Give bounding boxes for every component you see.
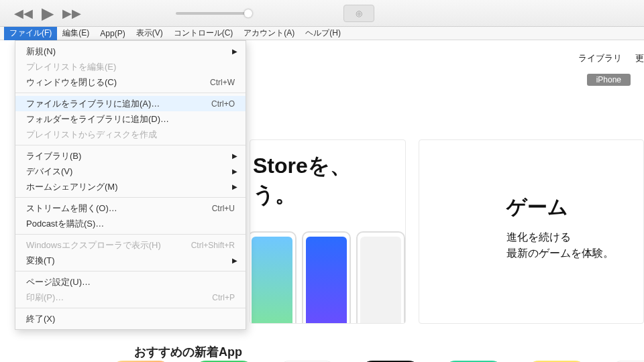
menu-separator bbox=[15, 308, 246, 308]
menu-convert[interactable]: 変換(T) ▶ bbox=[15, 253, 246, 268]
file-menu-dropdown: 新規(N) ▶ プレイリストを編集(E) ウィンドウを閉じる(C) Ctrl+W… bbox=[15, 40, 246, 330]
titlebar: ◀◀ ▶ ▶▶ ◎ bbox=[0, 0, 644, 27]
menu-view[interactable]: 表示(V) bbox=[131, 26, 168, 40]
chevron-right-icon: ▶ bbox=[232, 257, 237, 264]
volume-slider[interactable] bbox=[176, 12, 250, 15]
menu-add-folder[interactable]: フォルダーをライブラリに追加(D)… bbox=[15, 111, 246, 127]
airplay-button[interactable]: ◎ bbox=[343, 5, 374, 22]
update-link[interactable]: 更 bbox=[635, 52, 644, 64]
menu-file[interactable]: ファイル(F) bbox=[4, 26, 57, 40]
promo-card-games[interactable]: ゲーム 進化を続ける 最新のゲームを体験。 bbox=[419, 139, 644, 324]
menu-subscribe-podcast[interactable]: Podcastを購読(S)… bbox=[15, 216, 246, 231]
menu-separator bbox=[15, 271, 246, 272]
menu-page-setup[interactable]: ページ設定(U)… bbox=[15, 274, 246, 290]
menu-add-file[interactable]: ファイルをライブラリに追加(A)… Ctrl+O bbox=[15, 96, 246, 111]
play-button[interactable]: ▶ bbox=[38, 4, 58, 23]
previous-button[interactable]: ◀◀ bbox=[13, 6, 34, 21]
chevron-right-icon: ▶ bbox=[232, 152, 237, 160]
section-title-new-apps: おすすめの新着App bbox=[134, 344, 242, 360]
promo-left-line1: Storeを、 bbox=[250, 140, 405, 180]
menubar: ファイル(F) 編集(E) App(P) 表示(V) コントロール(C) アカウ… bbox=[0, 27, 644, 40]
chevron-right-icon: ▶ bbox=[232, 168, 237, 175]
library-bar: ライブラリ 更 bbox=[578, 52, 644, 64]
next-button[interactable]: ▶▶ bbox=[62, 6, 82, 21]
device-pill[interactable]: iPhone bbox=[587, 74, 631, 86]
menu-close-window[interactable]: ウィンドウを閉じる(C) Ctrl+W bbox=[15, 74, 246, 90]
menu-app[interactable]: App(P) bbox=[95, 27, 130, 40]
menu-edit-playlist: プレイリストを編集(E) bbox=[15, 59, 246, 74]
menu-separator bbox=[15, 197, 246, 198]
chevron-right-icon: ▶ bbox=[232, 48, 237, 55]
menu-library[interactable]: ライブラリ(B) ▶ bbox=[15, 148, 246, 164]
menu-devices[interactable]: デバイス(V) ▶ bbox=[15, 164, 246, 179]
phone-mockups bbox=[250, 231, 405, 324]
menu-edit[interactable]: 編集(E) bbox=[57, 26, 95, 40]
menu-control[interactable]: コントロール(C) bbox=[168, 26, 239, 40]
menu-print: 印刷(P)… Ctrl+P bbox=[15, 290, 246, 305]
menu-open-stream[interactable]: ストリームを開く(O)… Ctrl+U bbox=[15, 200, 246, 216]
menu-separator bbox=[15, 234, 246, 235]
menu-exit[interactable]: 終了(X) bbox=[15, 311, 246, 326]
menu-home-sharing[interactable]: ホームシェアリング(M) ▶ bbox=[15, 179, 246, 194]
playback-controls: ◀◀ ▶ ▶▶ bbox=[13, 4, 82, 23]
volume-thumb[interactable] bbox=[244, 9, 252, 17]
library-link[interactable]: ライブラリ bbox=[578, 52, 622, 64]
menu-separator bbox=[15, 93, 246, 93]
menu-show-explorer: Windowsエクスプローラで表示(H) Ctrl+Shift+R bbox=[15, 237, 246, 253]
menu-help[interactable]: ヘルプ(H) bbox=[300, 26, 346, 40]
promo-left-line2: う。 bbox=[250, 180, 405, 210]
promo-right-title: ゲーム bbox=[506, 194, 643, 221]
menu-new[interactable]: 新規(N) ▶ bbox=[15, 44, 246, 59]
promo-right-sub: 進化を続ける 最新のゲームを体験。 bbox=[506, 229, 643, 261]
promo-card-appstore[interactable]: Storeを、 う。 bbox=[250, 139, 406, 324]
menu-separator bbox=[15, 145, 246, 145]
menu-account[interactable]: アカウント(A) bbox=[238, 26, 300, 40]
chevron-right-icon: ▶ bbox=[232, 183, 237, 190]
menu-burn-playlist: プレイリストからディスクを作成 bbox=[15, 127, 246, 142]
